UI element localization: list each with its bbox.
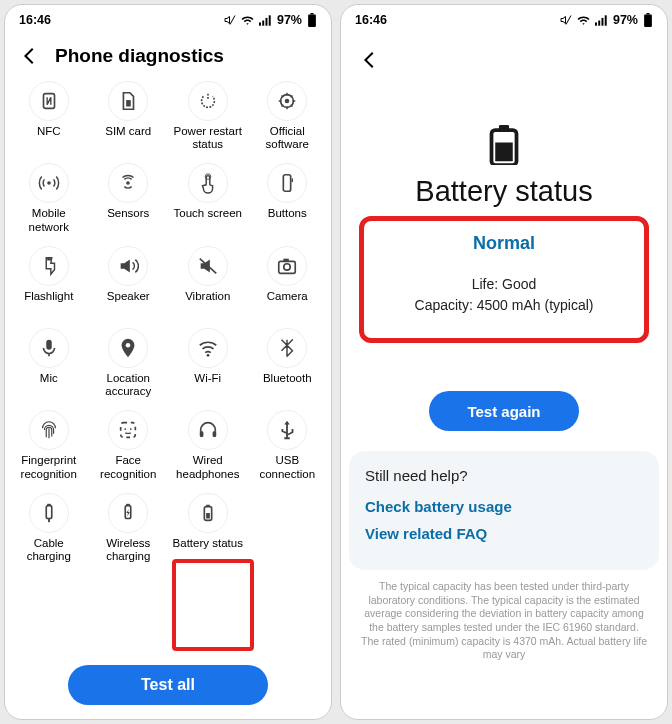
tile-label: Bluetooth <box>263 372 312 398</box>
mute-icon <box>560 14 572 26</box>
signal-icon <box>595 15 608 26</box>
tile-label: Mobile network <box>11 207 87 233</box>
test-again-button[interactable]: Test again <box>429 391 579 431</box>
svg-rect-29 <box>46 505 52 518</box>
tile-location[interactable]: Location accuracy <box>89 324 169 404</box>
battery-large-icon <box>341 125 667 165</box>
tile-wifi[interactable]: Wi-Fi <box>168 324 248 404</box>
status-bar: 16:46 97% <box>5 5 331 35</box>
svg-rect-33 <box>126 504 130 506</box>
tile-mic[interactable]: Mic <box>9 324 89 404</box>
svg-line-0 <box>230 16 235 25</box>
tile-label: Mic <box>40 372 58 398</box>
tile-camera[interactable]: Camera <box>248 242 328 322</box>
tile-headphones[interactable]: Wired headphones <box>168 406 248 486</box>
status-time: 16:46 <box>19 13 51 27</box>
mute-icon <box>224 14 236 26</box>
tile-face[interactable]: Face recognition <box>89 406 169 486</box>
tile-label: Camera <box>267 290 308 316</box>
tile-label: Buttons <box>268 207 307 233</box>
tile-label: Touch screen <box>174 207 242 233</box>
check-battery-usage-link[interactable]: Check battery usage <box>365 498 643 515</box>
flash-icon <box>29 246 69 286</box>
svg-point-12 <box>126 182 130 186</box>
tile-wireless[interactable]: Wireless charging <box>89 489 169 569</box>
sim-icon <box>108 81 148 121</box>
tile-label: SIM card <box>105 125 151 151</box>
mic-icon <box>29 328 69 368</box>
tile-bluetooth[interactable]: Bluetooth <box>248 324 328 404</box>
status-right: 97% <box>560 13 653 27</box>
highlight-battery-status <box>172 559 254 651</box>
fingerprint-icon <box>29 410 69 450</box>
svg-rect-5 <box>310 13 313 15</box>
header: Phone diagnostics <box>5 35 331 73</box>
svg-rect-4 <box>269 15 271 25</box>
status-right: 97% <box>224 13 317 27</box>
header <box>341 35 667 85</box>
buttons-icon <box>267 163 307 203</box>
tile-label: Official software <box>250 125 326 151</box>
tile-battery[interactable]: Battery status <box>168 489 248 569</box>
svg-rect-43 <box>644 15 652 27</box>
svg-rect-41 <box>605 15 607 25</box>
tile-usb[interactable]: USB connection <box>248 406 328 486</box>
fineprint: The typical capacity has been tested und… <box>341 570 667 662</box>
powerrestart-icon <box>188 81 228 121</box>
tile-vibration[interactable]: Vibration <box>168 242 248 322</box>
svg-rect-21 <box>46 340 52 350</box>
battery-icon <box>643 13 653 27</box>
vibration-icon <box>188 246 228 286</box>
status-time: 16:46 <box>355 13 387 27</box>
tile-sensors[interactable]: Sensors <box>89 159 169 239</box>
mobilenet-icon <box>29 163 69 203</box>
tile-sim[interactable]: SIM card <box>89 77 169 157</box>
tile-label: Speaker <box>107 290 150 316</box>
headphones-icon <box>188 410 228 450</box>
svg-rect-27 <box>200 431 204 437</box>
camera-icon <box>267 246 307 286</box>
tile-powerrestart[interactable]: Power restart status <box>168 77 248 157</box>
tile-fingerprint[interactable]: Fingerprint recognition <box>9 406 89 486</box>
svg-rect-39 <box>598 20 600 25</box>
svg-rect-46 <box>495 143 513 162</box>
status-capacity: Capacity: 4500 mAh (typical) <box>372 295 636 316</box>
battery-status-title: Battery status <box>341 175 667 208</box>
touch-icon <box>188 163 228 203</box>
battery-pct: 97% <box>277 13 302 27</box>
svg-rect-20 <box>284 259 290 262</box>
wireless-icon <box>108 493 148 533</box>
tile-software[interactable]: Official software <box>248 77 328 157</box>
svg-rect-35 <box>206 505 210 507</box>
tile-buttons[interactable]: Buttons <box>248 159 328 239</box>
svg-rect-6 <box>308 15 316 27</box>
sensors-icon <box>108 163 148 203</box>
svg-rect-1 <box>259 22 261 25</box>
svg-rect-16 <box>47 258 51 261</box>
wifi-icon <box>577 15 590 26</box>
tile-cable[interactable]: Cable charging <box>9 489 89 569</box>
back-icon[interactable] <box>19 45 41 67</box>
tile-nfc[interactable]: NFC <box>9 77 89 157</box>
svg-rect-30 <box>47 504 51 506</box>
view-faq-link[interactable]: View related FAQ <box>365 525 643 542</box>
svg-rect-2 <box>262 20 264 25</box>
test-all-button[interactable]: Test all <box>68 665 268 705</box>
tile-speaker[interactable]: Speaker <box>89 242 169 322</box>
back-icon[interactable] <box>359 49 381 71</box>
tile-flash[interactable]: Flashlight <box>9 242 89 322</box>
highlight-status-box: Normal Life: Good Capacity: 4500 mAh (ty… <box>359 216 649 343</box>
cable-icon <box>29 493 69 533</box>
svg-rect-40 <box>601 17 603 25</box>
svg-rect-31 <box>48 518 50 522</box>
svg-rect-36 <box>206 513 210 519</box>
speaker-icon <box>108 246 148 286</box>
help-title: Still need help? <box>365 467 643 484</box>
svg-rect-28 <box>212 431 216 437</box>
tile-mobilenet[interactable]: Mobile network <box>9 159 89 239</box>
svg-point-23 <box>206 354 209 357</box>
status-main: Normal <box>372 233 636 254</box>
tile-touch[interactable]: Touch screen <box>168 159 248 239</box>
tile-label: Flashlight <box>24 290 73 316</box>
svg-rect-3 <box>265 17 267 25</box>
